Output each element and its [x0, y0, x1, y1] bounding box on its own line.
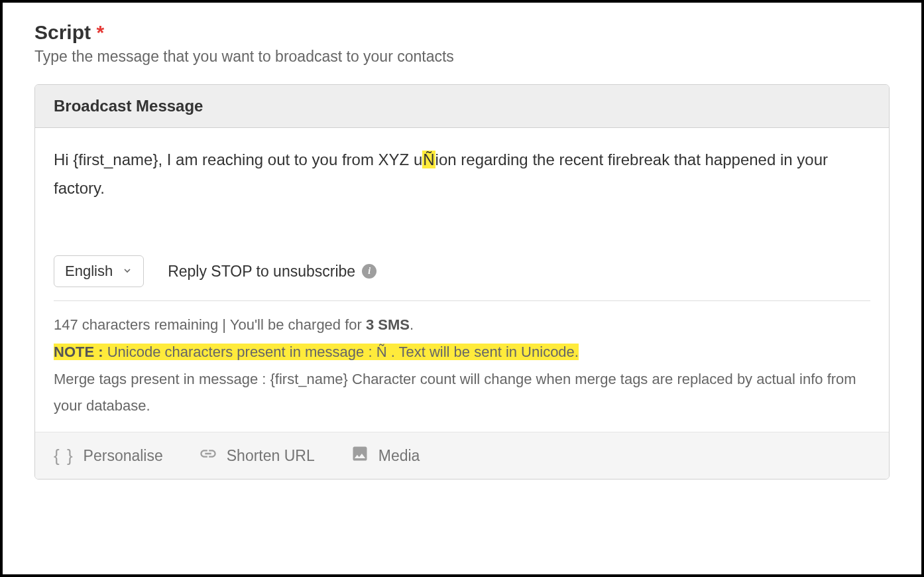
language-select[interactable]: English — [54, 255, 144, 287]
note-text-1: Unicode characters present in message : — [107, 344, 376, 360]
language-select-value: English — [65, 263, 113, 280]
required-asterisk: * — [96, 21, 104, 43]
chevron-down-icon — [122, 263, 133, 280]
personalise-button[interactable]: { } Personalise — [54, 446, 163, 466]
broadcast-card: Broadcast Message Hi {first_name}, I am … — [34, 84, 890, 480]
shorten-url-button[interactable]: Shorten URL — [199, 444, 315, 467]
note-label: NOTE : — [54, 344, 107, 360]
sms-count: 3 SMS — [366, 316, 410, 333]
char-count-line: 147 characters remaining | You'll be cha… — [54, 312, 870, 339]
unicode-note-line: NOTE : Unicode characters present in mes… — [54, 339, 870, 366]
note-text-2: . Text will be sent in Unicode. — [387, 344, 579, 360]
card-header: Broadcast Message — [35, 85, 889, 128]
unicode-note-highlight: NOTE : Unicode characters present in mes… — [54, 344, 579, 360]
shorten-url-label: Shorten URL — [227, 447, 315, 465]
card-footer: { } Personalise Shorten URL Media — [35, 432, 889, 479]
merge-tags-line: Merge tags present in message : {first_n… — [54, 366, 870, 420]
personalise-label: Personalise — [84, 447, 163, 465]
card-body: Hi {first_name}, I am reaching out to yo… — [35, 128, 889, 432]
controls-row: English Reply STOP to unsubscribe i — [54, 255, 870, 301]
media-label: Media — [378, 447, 420, 465]
period: . — [410, 316, 414, 333]
unsubscribe-text-row: Reply STOP to unsubscribe i — [168, 263, 376, 281]
link-icon — [199, 444, 217, 467]
message-part1: Hi {first_name}, I am reaching out to yo… — [54, 151, 422, 168]
section-subtitle: Type the message that you want to broadc… — [34, 48, 890, 66]
image-icon — [351, 444, 369, 467]
braces-icon: { } — [54, 446, 74, 466]
unsubscribe-text: Reply STOP to unsubscribe — [168, 263, 355, 281]
note-char: Ñ — [376, 344, 387, 360]
highlighted-unicode-char: Ñ — [422, 151, 435, 168]
info-icon[interactable]: i — [362, 264, 376, 279]
section-title-text: Script — [34, 21, 91, 43]
chars-remaining-text: 147 characters remaining | You'll be cha… — [54, 316, 366, 333]
section-title: Script * — [34, 21, 890, 44]
media-button[interactable]: Media — [351, 444, 420, 467]
message-textarea[interactable]: Hi {first_name}, I am reaching out to yo… — [54, 145, 870, 202]
